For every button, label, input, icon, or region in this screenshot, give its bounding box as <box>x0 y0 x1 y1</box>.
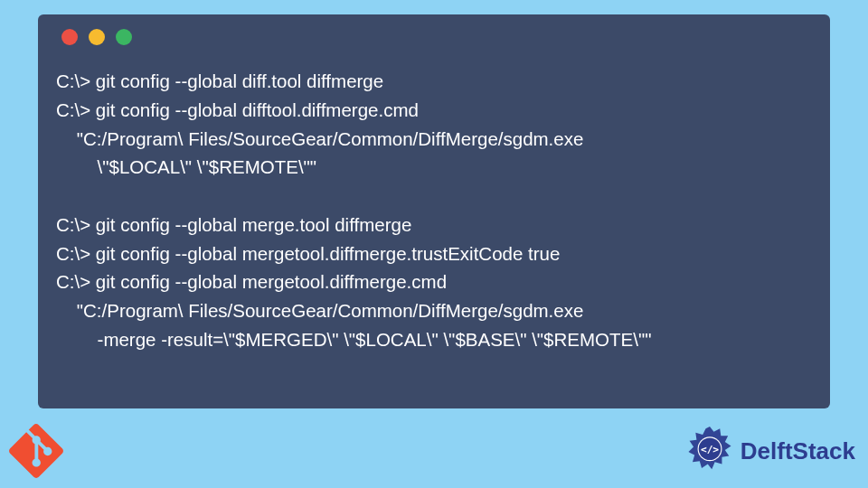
delftstack-logo: </> DelftStack <box>684 426 855 476</box>
brand-name: DelftStack <box>741 437 855 465</box>
close-icon <box>61 29 78 45</box>
footer: </> DelftStack <box>9 419 855 483</box>
terminal-window: C:\> git config --global diff.tool diffm… <box>38 14 830 408</box>
svg-text:</>: </> <box>701 444 719 455</box>
delftstack-badge-icon: </> <box>684 426 735 476</box>
window-controls <box>56 29 812 45</box>
maximize-icon <box>116 29 132 45</box>
minimize-icon <box>89 29 105 45</box>
code-block: C:\> git config --global diff.tool diffm… <box>56 67 812 354</box>
git-logo-icon <box>9 424 63 478</box>
